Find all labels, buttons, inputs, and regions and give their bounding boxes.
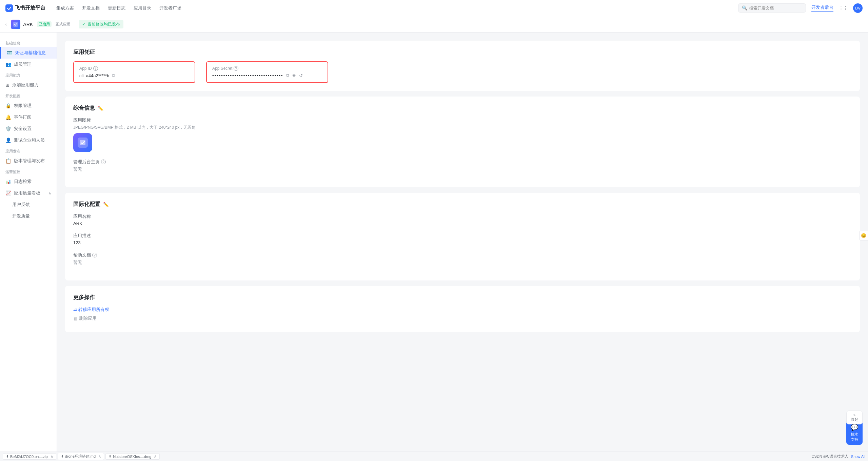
sidebar-section-dev: 开发配置 — [0, 91, 57, 100]
back-icon: ‹ — [5, 22, 7, 27]
edit-general-icon[interactable]: ✏️ — [98, 106, 103, 111]
collapse-label: 收起 — [851, 417, 858, 421]
transfer-ownership-link[interactable]: ⇄ 转移应用所有权 — [73, 307, 852, 313]
sidebar-label-devquality: 开发质量 — [12, 213, 30, 219]
delete-app-link[interactable]: 🗑 删除应用 — [73, 315, 852, 321]
delete-icon: 🗑 — [73, 316, 78, 321]
tech-support-button[interactable]: 💬 技术支持 — [846, 421, 863, 445]
app-id-box: App ID ? cli_a44a2*****b ⧉ — [73, 61, 195, 83]
nav-link-marketplace[interactable]: 开发者广场 — [159, 5, 181, 11]
svg-rect-1 — [13, 22, 18, 27]
nav-link-solutions[interactable]: 集成方案 — [56, 5, 74, 11]
help-doc-info-icon[interactable]: ? — [92, 253, 97, 257]
nav-link-docs[interactable]: 开发文档 — [82, 5, 100, 11]
collapse-button[interactable]: » 收起 — [846, 411, 863, 424]
help-doc-section: 帮助文档 ? 暂无 — [73, 252, 852, 266]
download-icon-0: ⬇ — [6, 454, 9, 459]
published-label: 当前修改均已发布 — [87, 21, 120, 27]
nav-link-changelog[interactable]: 更新日志 — [108, 5, 125, 11]
file-name-2: NutstoreOSXIns....dmg — [113, 455, 151, 459]
sidebar-item-credentials[interactable]: 🪪 凭证与基础信息 — [0, 47, 57, 59]
search-input[interactable] — [749, 6, 802, 11]
sidebar-section-capability: 应用能力 — [0, 70, 57, 79]
sidebar-item-testers[interactable]: 👤 测试企业和人员 — [0, 134, 57, 146]
admin-page-label: 管理后台主页 ? — [73, 159, 852, 165]
feedback-emoji: 😊 — [861, 233, 866, 238]
bottom-file-1[interactable]: ⬇ drone环境搭建.md ∧ — [58, 453, 104, 460]
members-icon: 👥 — [5, 62, 11, 67]
app-secret-value: •••••••••••••••••••••••••••••••• ⧉ 👁 ↺ — [212, 73, 322, 78]
collapse-quality-icon[interactable]: ∧ — [48, 191, 51, 195]
credentials-card: 应用凭证 App ID ? cli_a44a2*****b ⧉ A — [65, 41, 860, 91]
sidebar-item-quality[interactable]: 📈 应用质量看板 ∧ — [0, 187, 57, 199]
general-info-card: 综合信息 ✏️ 应用图标 JPEG/PNG/SVG/BMP 格式，2 MB 以内… — [65, 97, 860, 187]
bottom-file-0[interactable]: ⬇ BeM2dJ7OC0tbn....zip ∧ — [3, 453, 56, 460]
app-info: ARK 已启用 正式应用 — [11, 20, 71, 29]
dev-center-button[interactable]: 开发者后台 — [811, 4, 833, 12]
app-id-value: cli_a44a2*****b ⧉ — [79, 73, 189, 78]
chevron-right-icon: » — [853, 413, 855, 417]
app-icon-label: 应用图标 — [73, 117, 852, 123]
download-icon-1: ⬇ — [61, 454, 64, 459]
svg-rect-0 — [5, 4, 13, 12]
sidebar-label-members: 成员管理 — [14, 61, 32, 67]
testers-icon: 👤 — [5, 138, 11, 143]
more-actions-card: 更多操作 ⇄ 转移应用所有权 🗑 删除应用 — [65, 286, 860, 332]
back-button[interactable]: ‹ — [5, 22, 7, 27]
app-name: ARK — [23, 22, 33, 27]
sidebar-label-logs: 日志检索 — [14, 179, 32, 185]
sidebar-section-basic: 基础信息 — [0, 38, 57, 47]
sidebar-item-feedback[interactable]: 用户反馈 — [0, 199, 57, 210]
search-bar[interactable]: 🔍 — [738, 3, 806, 13]
bottom-right-bar: CSDN @C语言技术人 Show All — [811, 454, 865, 459]
sidebar-label-add-capability: 添加应用能力 — [12, 82, 39, 88]
feedback-icon[interactable]: 😊 — [859, 231, 868, 240]
second-bar: ‹ ARK 已启用 正式应用 ✓ 当前修改均已发布 — [0, 16, 868, 33]
sidebar-item-members[interactable]: 👥 成员管理 — [0, 59, 57, 70]
reveal-secret-icon[interactable]: 👁 — [292, 73, 296, 78]
grid-icon[interactable]: ⋮⋮ — [839, 5, 848, 11]
general-info-title: 综合信息 ✏️ — [73, 105, 852, 112]
app-id-info-icon[interactable]: ? — [93, 66, 98, 71]
app-icon-section: 应用图标 JPEG/PNG/SVG/BMP 格式，2 MB 以内，大于 240*… — [73, 117, 852, 152]
close-file-0[interactable]: ∧ — [51, 454, 53, 459]
bottom-file-2[interactable]: ⬇ NutstoreOSXIns....dmg ∧ — [105, 453, 160, 460]
edit-intl-icon[interactable]: ✏️ — [103, 202, 109, 207]
sidebar-item-security[interactable]: 🛡️ 安全设置 — [0, 123, 57, 134]
sidebar-label-permissions: 权限管理 — [14, 103, 32, 109]
close-file-2[interactable]: ∧ — [154, 454, 157, 459]
bottom-bar: ⬇ BeM2dJ7OC0tbn....zip ∧ ⬇ drone环境搭建.md … — [0, 452, 868, 461]
copy-appid-icon[interactable]: ⧉ — [112, 73, 115, 78]
show-all-link[interactable]: Show All — [851, 455, 865, 459]
app-icon-hint: JPEG/PNG/SVG/BMP 格式，2 MB 以内，大于 240*240 p… — [73, 125, 852, 130]
app-secret-info-icon[interactable]: ? — [234, 66, 238, 71]
intl-app-name-label: 应用名称 — [73, 213, 852, 219]
copy-secret-icon[interactable]: ⧉ — [286, 73, 289, 78]
avatar[interactable]: LW — [853, 3, 863, 13]
close-file-1[interactable]: ∧ — [98, 454, 101, 459]
sidebar-item-publish[interactable]: 📋 版本管理与发布 — [0, 155, 57, 167]
top-nav-links: 集成方案 开发文档 更新日志 应用目录 开发者广场 — [56, 5, 738, 11]
sidebar-section-publish: 应用发布 — [0, 146, 57, 155]
sidebar-label-testers: 测试企业和人员 — [14, 137, 45, 143]
check-icon: ✓ — [82, 22, 85, 27]
sidebar-item-logs[interactable]: 📊 日志检索 — [0, 176, 57, 187]
sidebar: 基础信息 🪪 凭证与基础信息 👥 成员管理 应用能力 ⊞ 添加应用能力 开发配置… — [0, 33, 57, 453]
nav-link-apps[interactable]: 应用目录 — [134, 5, 151, 11]
app-icon — [11, 20, 20, 29]
sidebar-label-feedback: 用户反馈 — [12, 202, 30, 208]
delete-label: 删除应用 — [79, 315, 97, 321]
app-badge: 已启用 — [37, 21, 52, 27]
intl-app-desc-value: 123 — [73, 240, 852, 245]
logs-icon: 📊 — [5, 179, 11, 184]
admin-page-info-icon[interactable]: ? — [101, 160, 106, 164]
refresh-secret-icon[interactable]: ↺ — [299, 73, 303, 78]
sidebar-item-add-capability[interactable]: ⊞ 添加应用能力 — [0, 79, 57, 91]
logo-icon — [5, 4, 13, 12]
sidebar-item-events[interactable]: 🔔 事件订阅 — [0, 111, 57, 123]
file-name-1: drone环境搭建.md — [65, 454, 96, 459]
sidebar-item-devquality[interactable]: 开发质量 — [0, 210, 57, 222]
sidebar-item-permissions[interactable]: 🔒 权限管理 — [0, 100, 57, 111]
intl-help-doc-label: 帮助文档 ? — [73, 252, 852, 258]
bottom-right-text: CSDN @C语言技术人 — [811, 454, 848, 459]
